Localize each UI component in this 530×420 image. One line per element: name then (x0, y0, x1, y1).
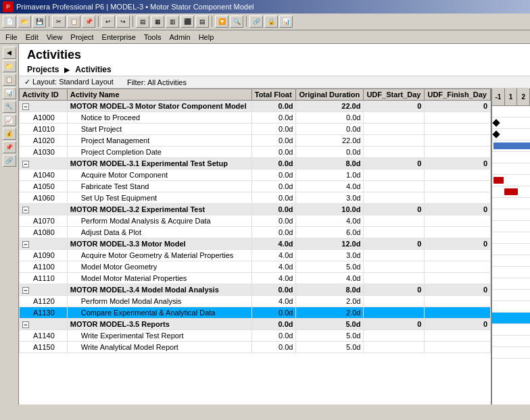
table-row[interactable]: A1150Write Analytical Model Report0.0d5.… (20, 342, 491, 353)
cell-udf-start (364, 330, 425, 342)
gantt-row (492, 301, 530, 313)
col-udf-start: UDF_Start_Day (364, 89, 425, 101)
gantt-section: -1 1 2 (492, 88, 530, 404)
table-row[interactable]: A1020Project Management0.0d22.0d (20, 135, 491, 147)
tb-link3[interactable]: 📊 (279, 16, 293, 28)
menu-edit[interactable]: Edit (26, 33, 39, 41)
gantt-header: -1 1 2 (492, 88, 530, 106)
breadcrumb-activities[interactable]: Activities (75, 65, 111, 74)
table-row[interactable]: A1120Perform Model Modal Analysis4.0d2.0… (20, 296, 491, 307)
tb-b2[interactable]: ▦ (151, 16, 164, 28)
expand-button[interactable]: − (22, 207, 29, 213)
menu-tools[interactable]: Tools (144, 33, 162, 41)
table-row[interactable]: A1140Write Experimental Test Report0.0d5… (20, 330, 491, 342)
sidebar-btn-6[interactable]: 📈 (3, 114, 16, 126)
expand-button[interactable]: − (22, 103, 29, 110)
gantt-row (492, 347, 530, 359)
breadcrumb-projects[interactable]: Projects (27, 65, 59, 74)
table-row[interactable]: −MOTOR MODEL-3.3 Motor Model4.0d12.0d00 (20, 238, 491, 250)
table-row[interactable]: A1030Project Completion Date0.0d0.0d (20, 147, 491, 158)
cell-udf-start (364, 112, 425, 124)
sidebar-btn-5[interactable]: 🔧 (3, 101, 16, 113)
tb-undo[interactable]: ↩ (101, 16, 115, 28)
cell-activity-name: Project Completion Date (67, 147, 251, 158)
gantt-col-1: 1 (505, 88, 518, 105)
cell-udf-finish (425, 215, 491, 227)
cell-orig-dur: 5.0d (296, 330, 364, 342)
tb-link2[interactable]: 🔒 (264, 16, 278, 28)
cell-activity-id: A1040 (20, 169, 68, 181)
table-row[interactable]: A1130Compare Experimental & Analytical D… (20, 307, 491, 319)
table-row[interactable]: A1060Set Up Test Equipment0.0d3.0d (20, 192, 491, 204)
sidebar-btn-2[interactable]: 📁 (3, 60, 16, 72)
gantt-row (492, 290, 530, 301)
tb-b5[interactable]: ▤ (195, 16, 209, 28)
menu-file[interactable]: File (5, 33, 18, 41)
tb-b4[interactable]: ⬛ (180, 16, 194, 28)
expand-button[interactable]: − (22, 241, 29, 248)
cell-total-float: 0.0d (251, 307, 296, 319)
cell-udf-start (364, 261, 425, 273)
cell-udf-finish (425, 330, 491, 342)
tb-paste[interactable]: 📌 (82, 16, 95, 28)
cell-total-float: 0.0d (251, 284, 296, 296)
cell-orig-dur: 0.0d (296, 112, 364, 124)
tb-redo[interactable]: ↪ (116, 16, 130, 28)
tb-filter[interactable]: 🔽 (215, 16, 228, 28)
table-row[interactable]: −MOTOR MODEL-3.2 Experimental Test0.0d10… (20, 204, 491, 215)
gantt-row (492, 152, 530, 163)
cell-orig-dur: 4.0d (296, 273, 364, 284)
tb-b1[interactable]: ▤ (136, 16, 149, 28)
sidebar-btn-9[interactable]: 🔗 (3, 155, 16, 167)
expand-button[interactable]: − (22, 321, 29, 328)
cell-udf-finish (425, 227, 491, 238)
cell-orig-dur: 8.0d (296, 284, 364, 296)
tb-open[interactable]: 📂 (18, 16, 31, 28)
cell-activity-id: − (20, 319, 68, 330)
table-row[interactable]: A1070Perform Modal Analysis & Acquire Da… (20, 215, 491, 227)
table-row[interactable]: −MOTOR MODEL-3.1 Experimental Test Setup… (20, 158, 491, 169)
tb-cut[interactable]: ✂ (52, 16, 66, 28)
cell-udf-finish (425, 273, 491, 284)
cell-udf-finish (425, 147, 491, 158)
table-row[interactable]: −MOTOR MODEL-3.5 Reports0.0d5.0d00 (20, 319, 491, 330)
table-row[interactable]: A1100Model Motor Geometry4.0d5.0d (20, 261, 491, 273)
sidebar-btn-8[interactable]: 📌 (3, 141, 16, 153)
cell-activity-name: Compare Experimental & Analytical Data (67, 307, 251, 319)
table-row[interactable]: A1050Fabricate Test Stand0.0d4.0d (20, 181, 491, 192)
table-row[interactable]: −MOTOR MODEL-3.4 Model Modal Analysis0.0… (20, 284, 491, 296)
sidebar-btn-3[interactable]: 📋 (3, 74, 16, 86)
tb-save[interactable]: 💾 (32, 16, 46, 28)
tb-b3[interactable]: ▥ (166, 16, 179, 28)
menu-view[interactable]: View (47, 33, 63, 41)
cell-udf-finish: 0 (425, 284, 491, 296)
sidebar-btn-7[interactable]: 💰 (3, 128, 16, 140)
expand-button[interactable]: − (22, 161, 29, 167)
tb-copy[interactable]: 📋 (67, 16, 80, 28)
table-row[interactable]: A1110Model Motor Material Properties4.0d… (20, 273, 491, 284)
table-row[interactable]: −MOTOR MODEL-3 Motor Stator Component Mo… (20, 101, 491, 112)
menu-enterprise[interactable]: Enterprise (102, 33, 136, 41)
table-row[interactable]: A1040Acquire Motor Component0.0d1.0d (20, 169, 491, 181)
menu-admin[interactable]: Admin (169, 33, 190, 41)
grid-section: Activity ID Activity Name Total Float Or… (19, 88, 492, 404)
table-row[interactable]: A1080Adjust Data & Plot0.0d6.0d (20, 227, 491, 238)
gantt-row (492, 221, 530, 232)
sidebar-btn-1[interactable]: ◀ (3, 47, 16, 59)
cell-activity-name: Adjust Data & Plot (67, 227, 251, 238)
table-row[interactable]: A1010Start Project0.0d0.0d (20, 124, 491, 135)
cell-activity-name: Perform Model Modal Analysis (67, 296, 251, 307)
tb-new[interactable]: 📄 (3, 16, 16, 28)
cell-total-float: 0.0d (251, 101, 296, 112)
col-activity-name: Activity Name (67, 89, 251, 101)
menu-help[interactable]: Help (199, 33, 214, 41)
title-bar: P Primavera Professional P6 | MODEL-3 • … (0, 0, 530, 14)
table-row[interactable]: A1090Acquire Motor Geometry & Material P… (20, 250, 491, 261)
cell-orig-dur: 22.0d (296, 135, 364, 147)
table-row[interactable]: A1000Notice to Proceed0.0d0.0d (20, 112, 491, 124)
tb-link1[interactable]: 🔗 (249, 16, 263, 28)
menu-project[interactable]: Project (70, 33, 93, 41)
sidebar-btn-4[interactable]: 📊 (3, 87, 16, 99)
expand-button[interactable]: − (22, 287, 29, 294)
tb-search[interactable]: 🔍 (230, 16, 243, 28)
